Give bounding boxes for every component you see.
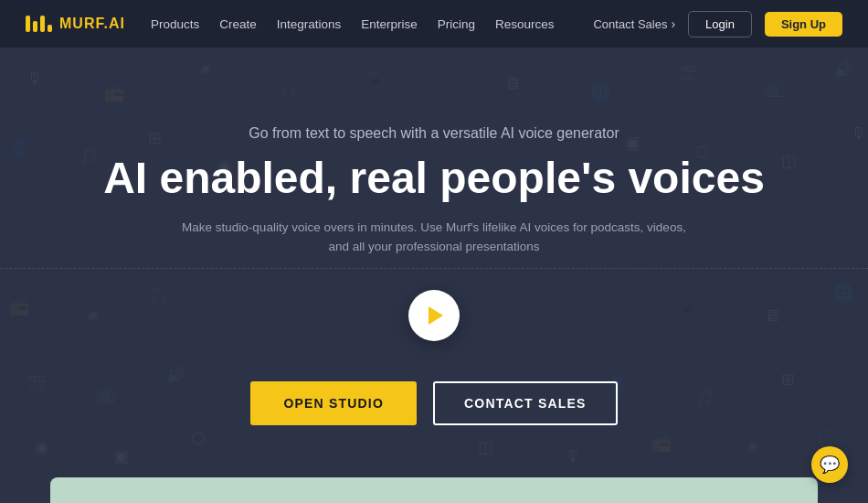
bg-icon: 👤 bbox=[9, 139, 29, 155]
nav-links: Products Create Integrations Enterprise … bbox=[151, 17, 555, 31]
bg-icon: ⬡ bbox=[191, 430, 206, 446]
contact-sales-nav-link[interactable]: Contact Sales bbox=[593, 16, 675, 31]
logo-icon bbox=[26, 16, 52, 32]
logo-ai: AI bbox=[109, 16, 125, 31]
logo-bar-1 bbox=[26, 16, 30, 32]
nav-item-integrations[interactable]: Integrations bbox=[277, 17, 342, 31]
signup-button[interactable]: Sign Up bbox=[765, 12, 842, 37]
nav-item-products[interactable]: Products bbox=[151, 17, 199, 31]
bg-icon: 🖥 bbox=[764, 307, 780, 324]
navbar-right: Contact Sales Login Sign Up bbox=[593, 11, 842, 37]
bg-icon: 🎧 bbox=[816, 430, 836, 446]
bg-icon: 📱 bbox=[365, 70, 385, 87]
hero-title: AI enabled, real people's voices bbox=[103, 155, 765, 203]
bg-icon: ▣ bbox=[113, 448, 129, 465]
logo-bar-4 bbox=[48, 25, 52, 32]
play-button[interactable] bbox=[408, 290, 460, 341]
hero-subtitle: Go from text to speech with a versatile … bbox=[249, 125, 619, 142]
bg-icon: 🔊 bbox=[833, 61, 853, 78]
navbar-left: MURF.AI Products Create Integrations Ent… bbox=[26, 16, 555, 32]
bg-icon: 📻 bbox=[104, 84, 124, 101]
nav-item-create[interactable]: Create bbox=[219, 17, 257, 31]
open-studio-button[interactable]: OPEN STUDIO bbox=[250, 381, 417, 425]
nav-item-resources[interactable]: Resources bbox=[495, 17, 555, 31]
cta-buttons: OPEN STUDIO CONTACT SALES bbox=[250, 381, 617, 425]
nav-item-pricing[interactable]: Pricing bbox=[438, 17, 475, 31]
bg-icon: 🎙 bbox=[851, 125, 867, 142]
bg-icon: ⊞ bbox=[781, 371, 795, 388]
login-button[interactable]: Login bbox=[688, 11, 752, 37]
bg-icon: 🌐 bbox=[590, 84, 610, 101]
bg-icon: 🎬 bbox=[26, 376, 47, 392]
bg-icon: 🎬 bbox=[677, 66, 697, 82]
bottom-section-peek bbox=[50, 477, 818, 503]
nav-item-enterprise[interactable]: Enterprise bbox=[361, 17, 418, 31]
logo-name: MURF. bbox=[59, 16, 109, 31]
bg-icon: 🌐 bbox=[833, 284, 853, 301]
bg-icon: 🎙 bbox=[26, 70, 43, 87]
bg-icon: 🖥 bbox=[503, 75, 520, 91]
bg-icon: 🎵 bbox=[79, 148, 99, 165]
bg-icon: 🎙 bbox=[565, 448, 581, 465]
bg-icon: 🎤 bbox=[738, 444, 758, 460]
bg-icon: ◉ bbox=[35, 439, 49, 455]
logo-bar-3 bbox=[40, 16, 45, 32]
logo-text: MURF.AI bbox=[59, 16, 125, 32]
bg-icon: 🎤 bbox=[79, 312, 99, 328]
bg-icon: 📻 bbox=[651, 434, 672, 451]
bg-icon: 📺 bbox=[764, 80, 784, 96]
bg-icon: ◫ bbox=[781, 153, 797, 169]
bg-icon: 🎧 bbox=[278, 80, 298, 96]
chat-icon: 💬 bbox=[820, 455, 840, 475]
navbar: MURF.AI Products Create Integrations Ent… bbox=[0, 0, 868, 48]
chat-bubble-button[interactable]: 💬 bbox=[811, 446, 848, 483]
bg-icon: ◫ bbox=[478, 439, 493, 455]
hero-content: Go from text to speech with a versatile … bbox=[103, 125, 765, 425]
logo-bar-2 bbox=[33, 21, 37, 32]
hero-description: Make studio-quality voice overs in minut… bbox=[178, 218, 690, 257]
play-icon bbox=[429, 306, 443, 325]
contact-sales-button[interactable]: CONTACT SALES bbox=[433, 381, 618, 425]
logo[interactable]: MURF.AI bbox=[26, 16, 125, 32]
bg-icon: 🎤 bbox=[191, 66, 211, 82]
bg-icon: 📻 bbox=[9, 298, 29, 315]
hero-section: 🎙📻🎤🎧📱🖥🌐🎬📺🔊👤🎵⊞◉▣⬡◫🎙📻🎤🎧📱🖥🌐🎬📺🔊👤🎵⊞◉▣⬡◫🎙📻🎤🎧 G… bbox=[0, 48, 868, 503]
